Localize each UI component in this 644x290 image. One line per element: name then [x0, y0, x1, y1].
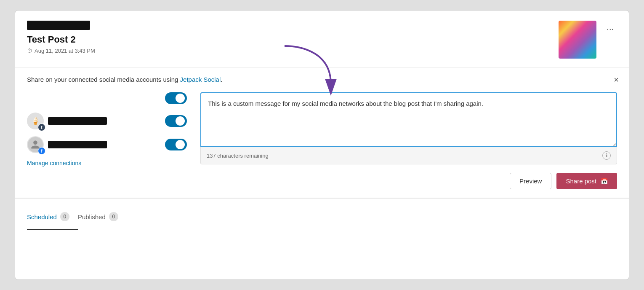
tumblr-avatar-wrap: 🍦 t [27, 113, 44, 129]
facebook-name-bar [48, 141, 107, 148]
published-tab-label: Published [78, 213, 106, 220]
jetpack-social-link[interactable]: Jetpack Social [180, 76, 221, 83]
post-date: ⏱ Aug 11, 2021 at 3:43 PM [27, 48, 95, 54]
card-footer: Scheduled 0 Published 0 [15, 198, 629, 230]
tab-published[interactable]: Published 0 [78, 206, 127, 230]
action-buttons: Preview Share post 📅 [200, 173, 617, 189]
more-options-button[interactable]: ··· [603, 22, 617, 35]
share-section: Share on your connected social media acc… [15, 67, 629, 198]
share-intro-end: . [221, 76, 222, 83]
header-left: Test Post 2 ⏱ Aug 11, 2021 at 3:43 PM [27, 21, 95, 54]
toggle-1[interactable] [165, 92, 187, 104]
connections-column: 🍦 t [27, 92, 187, 166]
facebook-identity: f [27, 136, 107, 153]
top-toggle-row [27, 92, 187, 104]
message-column: This is a custom message for my social m… [200, 92, 617, 189]
facebook-badge: f [38, 147, 45, 155]
facebook-avatar-wrap: f [27, 136, 44, 153]
tab-scheduled[interactable]: Scheduled 0 [27, 206, 78, 230]
connection-tumblr: 🍦 t [27, 113, 187, 129]
close-button[interactable]: × [614, 75, 619, 85]
tumblr-identity: 🍦 t [27, 113, 107, 129]
share-body: 🍦 t [27, 92, 617, 189]
tumblr-name-bar [48, 117, 107, 125]
connection-facebook: f [27, 136, 187, 153]
info-icon[interactable]: ℹ [602, 151, 611, 160]
toggle-tumblr-slider [165, 115, 187, 127]
toggle-1-slider [165, 92, 187, 104]
share-post-button[interactable]: Share post 📅 [556, 173, 617, 189]
post-title: Test Post 2 [27, 34, 95, 45]
scheduled-tab-label: Scheduled [27, 213, 57, 220]
share-post-label: Share post [566, 177, 596, 185]
redacted-title-bar [27, 21, 90, 30]
clock-icon: ⏱ [27, 48, 32, 54]
scheduled-tab-badge: 0 [60, 212, 69, 221]
preview-button[interactable]: Preview [510, 173, 551, 189]
card-header: Test Post 2 ⏱ Aug 11, 2021 at 3:43 PM ··… [15, 11, 629, 67]
toggle-facebook-slider [165, 139, 187, 150]
message-textarea[interactable]: This is a custom message for my social m… [200, 92, 617, 147]
share-intro-text: Share on your connected social media acc… [27, 76, 180, 83]
share-intro: Share on your connected social media acc… [27, 76, 617, 83]
chars-remaining: 137 characters remaining [207, 153, 269, 159]
post-thumbnail [559, 21, 596, 59]
thumbnail-image [559, 21, 596, 59]
post-date-text: Aug 11, 2021 at 3:43 PM [35, 48, 95, 54]
main-card: Test Post 2 ⏱ Aug 11, 2021 at 3:43 PM ··… [15, 10, 629, 280]
header-right: ··· [559, 21, 617, 59]
calendar-icon: 📅 [601, 178, 608, 185]
published-tab-badge: 0 [109, 212, 118, 221]
message-footer: 137 characters remaining ℹ [200, 147, 617, 164]
tumblr-badge: t [38, 124, 45, 131]
manage-connections-link[interactable]: Manage connections [27, 160, 187, 166]
toggle-tumblr[interactable] [165, 115, 187, 127]
toggle-facebook[interactable] [165, 139, 187, 150]
